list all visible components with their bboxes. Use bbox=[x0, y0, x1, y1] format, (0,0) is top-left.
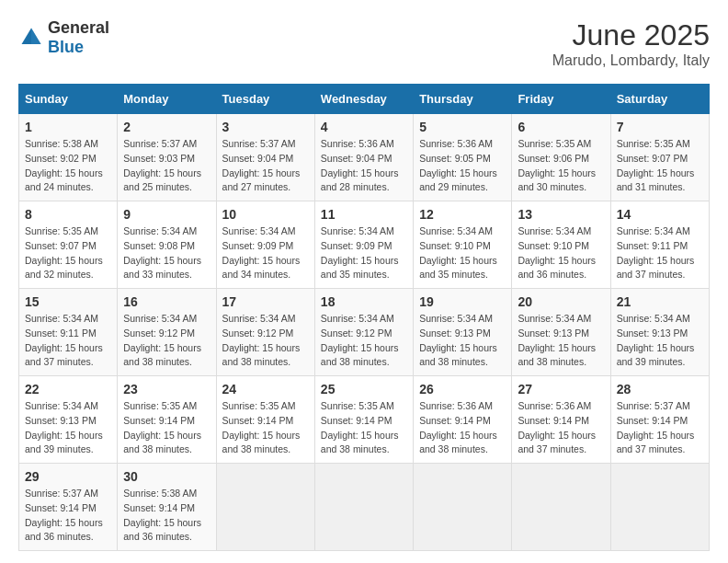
calendar-day-cell: 13Sunrise: 5:34 AM Sunset: 9:10 PM Dayli… bbox=[512, 201, 610, 289]
calendar-week-row: 22Sunrise: 5:34 AM Sunset: 9:13 PM Dayli… bbox=[19, 376, 710, 464]
day-number: 24 bbox=[222, 382, 309, 396]
day-number: 19 bbox=[419, 294, 506, 309]
day-number: 22 bbox=[25, 382, 111, 396]
day-number: 9 bbox=[123, 207, 210, 222]
day-info: Sunrise: 5:35 AM Sunset: 9:07 PM Dayligh… bbox=[617, 137, 703, 195]
calendar-day-cell: 27Sunrise: 5:36 AM Sunset: 9:14 PM Dayli… bbox=[512, 376, 610, 464]
page-header: General Blue June 2025 Marudo, Lombardy,… bbox=[18, 18, 710, 69]
day-info: Sunrise: 5:34 AM Sunset: 9:13 PM Dayligh… bbox=[25, 399, 111, 457]
calendar-subtitle: Marudo, Lombardy, Italy bbox=[552, 52, 710, 69]
calendar-day-cell: 14Sunrise: 5:34 AM Sunset: 9:11 PM Dayli… bbox=[610, 201, 709, 289]
day-number: 28 bbox=[617, 382, 703, 396]
day-number: 8 bbox=[25, 207, 111, 222]
logo: General Blue bbox=[18, 18, 109, 57]
day-info: Sunrise: 5:35 AM Sunset: 9:14 PM Dayligh… bbox=[123, 399, 210, 457]
calendar-week-row: 29Sunrise: 5:37 AM Sunset: 9:14 PM Dayli… bbox=[19, 464, 710, 551]
day-info: Sunrise: 5:37 AM Sunset: 9:14 PM Dayligh… bbox=[617, 399, 703, 457]
column-header-saturday: Saturday bbox=[610, 85, 709, 114]
column-header-friday: Friday bbox=[512, 85, 610, 114]
calendar-day-cell: 29Sunrise: 5:37 AM Sunset: 9:14 PM Dayli… bbox=[19, 464, 118, 551]
day-info: Sunrise: 5:34 AM Sunset: 9:10 PM Dayligh… bbox=[419, 224, 506, 282]
day-info: Sunrise: 5:35 AM Sunset: 9:06 PM Dayligh… bbox=[518, 137, 604, 195]
day-info: Sunrise: 5:34 AM Sunset: 9:12 PM Dayligh… bbox=[222, 312, 309, 370]
calendar-day-cell: 1Sunrise: 5:38 AM Sunset: 9:02 PM Daylig… bbox=[19, 114, 118, 201]
column-header-tuesday: Tuesday bbox=[216, 85, 314, 114]
calendar-day-cell: 12Sunrise: 5:34 AM Sunset: 9:10 PM Dayli… bbox=[414, 201, 512, 289]
calendar-title: June 2025 bbox=[552, 18, 710, 52]
day-number: 6 bbox=[518, 120, 604, 134]
day-number: 13 bbox=[518, 207, 604, 222]
column-header-thursday: Thursday bbox=[414, 85, 512, 114]
calendar-day-cell: 17Sunrise: 5:34 AM Sunset: 9:12 PM Dayli… bbox=[216, 289, 314, 376]
calendar-day-cell: 22Sunrise: 5:34 AM Sunset: 9:13 PM Dayli… bbox=[19, 376, 118, 464]
day-number: 20 bbox=[518, 294, 604, 309]
calendar-day-cell: 2Sunrise: 5:37 AM Sunset: 9:03 PM Daylig… bbox=[118, 114, 216, 201]
calendar-day-cell: 20Sunrise: 5:34 AM Sunset: 9:13 PM Dayli… bbox=[512, 289, 610, 376]
day-number: 23 bbox=[123, 382, 210, 396]
day-info: Sunrise: 5:38 AM Sunset: 9:02 PM Dayligh… bbox=[25, 137, 111, 195]
calendar-day-cell: 18Sunrise: 5:34 AM Sunset: 9:12 PM Dayli… bbox=[314, 289, 413, 376]
calendar-day-cell: 25Sunrise: 5:35 AM Sunset: 9:14 PM Dayli… bbox=[314, 376, 413, 464]
calendar-day-cell: 28Sunrise: 5:37 AM Sunset: 9:14 PM Dayli… bbox=[610, 376, 709, 464]
day-info: Sunrise: 5:35 AM Sunset: 9:14 PM Dayligh… bbox=[321, 399, 407, 457]
day-info: Sunrise: 5:37 AM Sunset: 9:03 PM Dayligh… bbox=[123, 137, 210, 195]
calendar-day-cell: 3Sunrise: 5:37 AM Sunset: 9:04 PM Daylig… bbox=[216, 114, 314, 201]
day-info: Sunrise: 5:34 AM Sunset: 9:11 PM Dayligh… bbox=[25, 312, 111, 370]
calendar-day-cell bbox=[414, 464, 512, 551]
calendar-week-row: 8Sunrise: 5:35 AM Sunset: 9:07 PM Daylig… bbox=[19, 201, 710, 289]
day-number: 5 bbox=[419, 120, 506, 134]
day-number: 21 bbox=[617, 294, 703, 309]
day-number: 25 bbox=[321, 382, 407, 396]
day-number: 3 bbox=[222, 120, 309, 134]
calendar-day-cell: 6Sunrise: 5:35 AM Sunset: 9:06 PM Daylig… bbox=[512, 114, 610, 201]
column-header-wednesday: Wednesday bbox=[314, 85, 413, 114]
calendar-day-cell: 30Sunrise: 5:38 AM Sunset: 9:14 PM Dayli… bbox=[118, 464, 216, 551]
day-info: Sunrise: 5:34 AM Sunset: 9:12 PM Dayligh… bbox=[123, 312, 210, 370]
day-number: 16 bbox=[123, 294, 210, 309]
day-number: 26 bbox=[419, 382, 506, 396]
day-number: 17 bbox=[222, 294, 309, 309]
calendar-day-cell: 26Sunrise: 5:36 AM Sunset: 9:14 PM Dayli… bbox=[414, 376, 512, 464]
calendar-day-cell: 21Sunrise: 5:34 AM Sunset: 9:13 PM Dayli… bbox=[610, 289, 709, 376]
calendar-day-cell: 15Sunrise: 5:34 AM Sunset: 9:11 PM Dayli… bbox=[19, 289, 118, 376]
day-number: 18 bbox=[321, 294, 407, 309]
day-info: Sunrise: 5:34 AM Sunset: 9:08 PM Dayligh… bbox=[123, 224, 210, 282]
day-info: Sunrise: 5:34 AM Sunset: 9:10 PM Dayligh… bbox=[518, 224, 604, 282]
day-info: Sunrise: 5:34 AM Sunset: 9:13 PM Dayligh… bbox=[518, 312, 604, 370]
day-number: 2 bbox=[123, 120, 210, 134]
day-info: Sunrise: 5:37 AM Sunset: 9:14 PM Dayligh… bbox=[25, 487, 111, 545]
day-info: Sunrise: 5:35 AM Sunset: 9:07 PM Dayligh… bbox=[25, 224, 111, 282]
day-info: Sunrise: 5:34 AM Sunset: 9:11 PM Dayligh… bbox=[617, 224, 703, 282]
calendar-day-cell: 5Sunrise: 5:36 AM Sunset: 9:05 PM Daylig… bbox=[414, 114, 512, 201]
calendar-day-cell: 11Sunrise: 5:34 AM Sunset: 9:09 PM Dayli… bbox=[314, 201, 413, 289]
calendar-day-cell bbox=[314, 464, 413, 551]
calendar-day-cell bbox=[610, 464, 709, 551]
day-number: 10 bbox=[222, 207, 309, 222]
day-number: 1 bbox=[25, 120, 111, 134]
day-number: 15 bbox=[25, 294, 111, 309]
column-header-monday: Monday bbox=[118, 85, 216, 114]
day-info: Sunrise: 5:34 AM Sunset: 9:13 PM Dayligh… bbox=[419, 312, 506, 370]
day-number: 29 bbox=[25, 469, 111, 484]
logo-blue: Blue bbox=[48, 38, 84, 56]
day-number: 27 bbox=[518, 382, 604, 396]
calendar-week-row: 15Sunrise: 5:34 AM Sunset: 9:11 PM Dayli… bbox=[19, 289, 710, 376]
day-info: Sunrise: 5:38 AM Sunset: 9:14 PM Dayligh… bbox=[123, 487, 210, 545]
calendar-day-cell: 7Sunrise: 5:35 AM Sunset: 9:07 PM Daylig… bbox=[610, 114, 709, 201]
day-info: Sunrise: 5:36 AM Sunset: 9:14 PM Dayligh… bbox=[518, 399, 604, 457]
day-number: 30 bbox=[123, 469, 210, 484]
calendar-day-cell: 23Sunrise: 5:35 AM Sunset: 9:14 PM Dayli… bbox=[118, 376, 216, 464]
day-info: Sunrise: 5:36 AM Sunset: 9:14 PM Dayligh… bbox=[419, 399, 506, 457]
calendar-day-cell: 16Sunrise: 5:34 AM Sunset: 9:12 PM Dayli… bbox=[118, 289, 216, 376]
logo-general: General bbox=[48, 18, 109, 37]
day-info: Sunrise: 5:34 AM Sunset: 9:09 PM Dayligh… bbox=[321, 224, 407, 282]
day-number: 11 bbox=[321, 207, 407, 222]
calendar-table: SundayMondayTuesdayWednesdayThursdayFrid… bbox=[18, 84, 710, 551]
day-number: 4 bbox=[321, 120, 407, 134]
day-number: 7 bbox=[617, 120, 703, 134]
day-info: Sunrise: 5:34 AM Sunset: 9:12 PM Dayligh… bbox=[321, 312, 407, 370]
calendar-day-cell: 10Sunrise: 5:34 AM Sunset: 9:09 PM Dayli… bbox=[216, 201, 314, 289]
calendar-day-cell: 8Sunrise: 5:35 AM Sunset: 9:07 PM Daylig… bbox=[19, 201, 118, 289]
calendar-day-cell bbox=[512, 464, 610, 551]
column-header-sunday: Sunday bbox=[19, 85, 118, 114]
